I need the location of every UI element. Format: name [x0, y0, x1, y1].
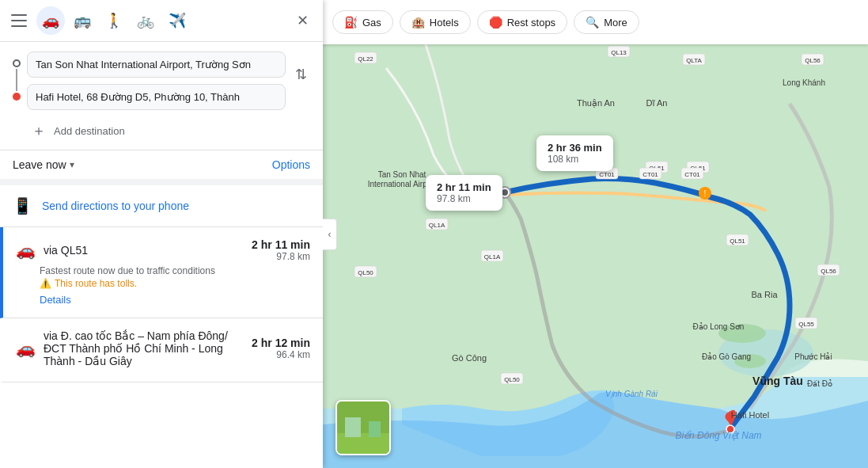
gas-label: Gas [362, 17, 381, 29]
svg-rect-61 [345, 417, 361, 437]
map-svg: QL13 QL22 QLTA QL56 QL51 QL51 QL51 CT01 … [323, 44, 868, 468]
phone-icon: 📱 [13, 196, 32, 215]
transit-mode-button[interactable]: 🚌 [68, 6, 97, 35]
svg-text:International Airport: International Airport [368, 180, 437, 188]
leave-now-label: Leave now [13, 158, 66, 171]
send-directions-button[interactable]: 📱 Send directions to your phone [0, 185, 323, 227]
svg-text:Gò Công: Gò Công [452, 353, 487, 363]
svg-text:CT01: CT01 [684, 171, 700, 178]
car-icon-1: 🚗 [16, 241, 36, 260]
left-panel: 🚗 🚌 🚶 🚲 ✈️ ✕ ⇅ ＋ Add destination Leave n… [0, 0, 323, 468]
add-destination-label: Add destination [54, 125, 125, 137]
rest-stop-icon: 🛑 [489, 16, 502, 29]
route-icons [13, 51, 21, 101]
route-1-name: via QL51 [44, 244, 244, 257]
route-1-time: 2 hr 11 min [252, 238, 310, 251]
more-label: More [604, 17, 627, 29]
route-1-time-dist: 2 hr 11 min 97.8 km [252, 238, 310, 262]
svg-text:QL55: QL55 [798, 321, 814, 328]
hotel-icon: 🏨 [411, 16, 425, 29]
svg-text:!: ! [704, 189, 707, 198]
svg-text:CT01: CT01 [599, 171, 615, 178]
destination-input[interactable] [27, 84, 286, 110]
collapse-panel-button[interactable]: ‹ [323, 219, 337, 250]
transport-bar: 🚗 🚌 🚶 🚲 ✈️ ✕ [0, 0, 323, 42]
map-area: ‹ ⛽ Gas 🏨 Hotels 🛑 Rest stops 🔍 More [323, 0, 868, 468]
svg-text:Dĩ An: Dĩ An [646, 98, 668, 108]
swap-directions-button[interactable]: ⇅ [292, 59, 310, 89]
origin-dot [13, 59, 21, 67]
car-icon-2: 🚗 [16, 339, 36, 358]
leave-options-bar: Leave now ▾ Options [0, 150, 323, 179]
toll-warning-text: This route has tolls. [55, 278, 137, 289]
rest-stops-label: Rest stops [507, 17, 555, 29]
svg-text:QL56: QL56 [805, 57, 821, 64]
route-2-name: via Đ. cao tốc Bắc – Nam phía Đông/ĐCT T… [44, 329, 244, 367]
route-1-distance: 97.8 km [252, 251, 310, 262]
svg-text:QL22: QL22 [358, 55, 373, 63]
route-1-description: Fastest route now due to traffic conditi… [40, 265, 310, 276]
route-1-header: 🚗 via QL51 2 hr 11 min 97.8 km [16, 238, 310, 262]
driving-mode-button[interactable]: 🚗 [36, 6, 65, 35]
close-button[interactable]: ✕ [290, 8, 315, 33]
flights-mode-button[interactable]: ✈️ [163, 6, 191, 35]
more-filter-pill[interactable]: 🔍 More [574, 10, 639, 34]
plus-icon: ＋ [32, 121, 46, 140]
route-2-time: 2 hr 12 min [252, 337, 310, 349]
svg-text:Phước Hải: Phước Hải [794, 352, 832, 361]
svg-text:QL1A: QL1A [429, 222, 445, 229]
chevron-down-icon: ▾ [70, 159, 74, 170]
svg-text:Hafi Hotel: Hafi Hotel [731, 410, 769, 420]
send-directions-label: Send directions to your phone [42, 200, 189, 212]
route-1-details-link[interactable]: Details [40, 294, 71, 306]
svg-text:QLTA: QLTA [686, 57, 702, 64]
svg-text:QL50: QL50 [358, 269, 373, 276]
destination-dot [13, 93, 21, 101]
inputs-section: ⇅ [0, 42, 323, 116]
svg-text:QL51: QL51 [730, 238, 745, 245]
svg-text:QL1A: QL1A [484, 253, 501, 261]
cycling-mode-button[interactable]: 🚲 [131, 6, 160, 35]
svg-rect-62 [369, 421, 381, 437]
search-icon: 🔍 [586, 16, 599, 29]
route-1-toll-warning: ⚠️ This route has tolls. [40, 278, 310, 289]
input-fields [27, 51, 286, 110]
svg-text:Vũng Tàu: Vũng Tàu [752, 375, 803, 387]
menu-icon[interactable] [8, 10, 30, 32]
svg-text:QL56: QL56 [821, 268, 836, 275]
svg-text:Biển Đông Việt Nam: Biển Đông Việt Nam [675, 430, 761, 441]
svg-text:Tan Son Nhat: Tan Son Nhat [378, 170, 426, 179]
route-1-name-wrap: via QL51 [44, 244, 244, 257]
svg-text:Vịnh Gành Rái: Vịnh Gành Rái [605, 390, 658, 398]
gas-icon: ⛽ [344, 16, 358, 29]
route-2-header: 🚗 via Đ. cao tốc Bắc – Nam phía Đông/ĐCT… [16, 329, 310, 367]
rest-stops-filter-pill[interactable]: 🛑 Rest stops [477, 10, 567, 34]
route-1-details: Details [40, 292, 310, 306]
svg-text:QL13: QL13 [611, 49, 627, 56]
svg-text:Đảo Gò Gang: Đảo Gò Gang [702, 352, 751, 361]
svg-text:Long Khánh: Long Khánh [783, 78, 825, 87]
map-canvas[interactable]: QL13 QL22 QLTA QL56 QL51 QL51 QL51 CT01 … [323, 44, 868, 468]
svg-point-8 [502, 189, 508, 196]
add-destination-button[interactable]: ＋ Add destination [0, 116, 323, 150]
route-2-distance: 96.4 km [252, 349, 310, 360]
route-2-name-wrap: via Đ. cao tốc Bắc – Nam phía Đông/ĐCT T… [44, 329, 244, 367]
transport-mode-selector: 🚗 🚌 🚶 🚲 ✈️ [36, 6, 283, 35]
svg-text:Thuận An: Thuận An [577, 98, 615, 108]
walking-mode-button[interactable]: 🚶 [100, 6, 128, 35]
route-line [16, 69, 17, 91]
map-filter-bar: ⛽ Gas 🏨 Hotels 🛑 Rest stops 🔍 More [323, 0, 868, 44]
warning-icon: ⚠️ [40, 278, 51, 289]
svg-text:Đất Đỏ: Đất Đỏ [807, 379, 832, 388]
gas-filter-pill[interactable]: ⛽ Gas [332, 10, 393, 34]
svg-text:CT01: CT01 [642, 171, 658, 178]
route-item-2[interactable]: 🚗 via Đ. cao tốc Bắc – Nam phía Đông/ĐCT… [0, 318, 323, 382]
svg-text:QL50: QL50 [504, 376, 520, 383]
route-item-1[interactable]: 🚗 via QL51 2 hr 11 min 97.8 km Fastest r… [0, 227, 323, 318]
options-button[interactable]: Options [272, 158, 310, 171]
leave-now-button[interactable]: Leave now ▾ [13, 158, 74, 171]
divider-2 [0, 179, 323, 185]
origin-input[interactable] [27, 51, 286, 78]
street-view-thumbnail[interactable] [335, 400, 391, 455]
hotels-filter-pill[interactable]: 🏨 Hotels [400, 10, 471, 34]
